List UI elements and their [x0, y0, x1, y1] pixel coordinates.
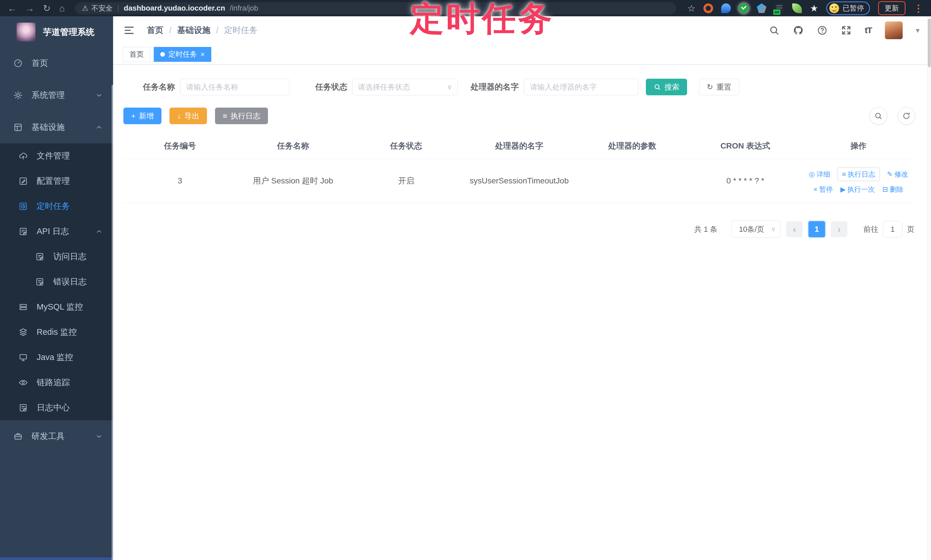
- sidebar-item-file-management[interactable]: 文件管理: [0, 143, 113, 169]
- page-size-select[interactable]: 10条/页 ∨: [731, 221, 780, 238]
- fullscreen-icon[interactable]: [841, 25, 852, 36]
- sidebar-toggle-icon[interactable]: [123, 25, 135, 36]
- sidebar: 芋道管理系统 首页 系统管理 基础设施 文件管理 配置管理 定时任务 API 日…: [0, 16, 113, 560]
- prev-page-button[interactable]: ‹: [786, 221, 803, 237]
- close-icon[interactable]: ×: [200, 51, 205, 58]
- add-button[interactable]: + 新增: [123, 108, 162, 124]
- tabs-bar: 首页 定时任务 ×: [113, 45, 931, 65]
- browser-menu-icon[interactable]: ⋮: [914, 3, 923, 14]
- browser-update-button[interactable]: 更新: [878, 1, 906, 15]
- plus-icon: +: [131, 112, 136, 120]
- sidebar-item-label: 研发工具: [31, 431, 65, 442]
- sidebar-item-access-logs[interactable]: 访问日志: [0, 244, 113, 269]
- font-size-icon[interactable]: tT: [865, 25, 872, 35]
- browser-home-icon[interactable]: ⌂: [59, 4, 65, 13]
- bookmark-star-icon[interactable]: ☆: [687, 3, 696, 13]
- breadcrumb-infra[interactable]: 基础设施: [177, 25, 210, 36]
- pause-link[interactable]: × 暂停: [813, 185, 833, 194]
- extension-orange-ring-icon[interactable]: [703, 3, 713, 13]
- execution-log-button-label: 执行日志: [230, 111, 260, 121]
- document-edit-icon: [18, 403, 28, 412]
- github-icon[interactable]: [793, 25, 804, 36]
- sidebar-item-label: 基础设施: [31, 122, 65, 133]
- reset-button[interactable]: ↻ 重置: [699, 79, 739, 95]
- sidebar-item-mysql-monitor[interactable]: MySQL 监控: [0, 294, 113, 320]
- pause-link-label: 暂停: [819, 185, 833, 194]
- execution-log-link[interactable]: ≡ 执行日志: [838, 168, 880, 181]
- sidebar-item-dev-tools[interactable]: 研发工具: [0, 420, 113, 452]
- execution-log-button[interactable]: ≡ 执行日志: [215, 108, 268, 124]
- refresh-button[interactable]: [898, 107, 915, 125]
- search-button[interactable]: 搜索: [646, 79, 687, 95]
- page-scrollbar[interactable]: [927, 16, 931, 560]
- tab-scheduled-jobs[interactable]: 定时任务 ×: [154, 47, 211, 62]
- sidebar-item-api-logs[interactable]: API 日志: [0, 219, 113, 244]
- sidebar-item-tracing[interactable]: 链路追踪: [0, 370, 113, 395]
- sidebar-item-error-logs[interactable]: 错误日志: [0, 269, 113, 294]
- avatar-caret-icon[interactable]: ▾: [916, 26, 920, 35]
- extension-onoff-icon[interactable]: on: [774, 3, 784, 13]
- delete-link[interactable]: ⊟ 删除: [882, 185, 903, 194]
- sidebar-item-config-management[interactable]: 配置管理: [0, 169, 113, 194]
- next-page-button[interactable]: ›: [831, 221, 848, 237]
- security-label: 不安全: [91, 3, 113, 13]
- navbar-actions: tT ▾: [769, 22, 920, 39]
- browser-toolbar: ← → ↻ ⌂ ⚠ 不安全 | dashboard.yudao.iocoder.…: [0, 0, 931, 16]
- sidebar-item-label: 定时任务: [37, 201, 70, 212]
- extensions-row: ☆ on ★ 已暂停 更新 ⋮: [687, 1, 923, 15]
- sidebar-item-redis-monitor[interactable]: Redis 监控: [0, 320, 113, 345]
- breadcrumb-home[interactable]: 首页: [147, 25, 163, 36]
- col-cron: CRON 表达式: [689, 133, 802, 159]
- detail-link-label: 详细: [817, 170, 830, 179]
- extension-white-star-icon[interactable]: ★: [810, 3, 818, 13]
- detail-link[interactable]: ◎ 详细: [809, 170, 830, 179]
- job-status-select[interactable]: 请选择任务状态 ∨: [352, 79, 458, 95]
- list-icon: ≡: [842, 170, 846, 178]
- extension-blue-drop-icon[interactable]: [721, 3, 731, 13]
- sidebar-bottom-strip: [0, 557, 113, 560]
- security-chip[interactable]: ⚠ 不安全: [82, 3, 113, 13]
- sidebar-item-java-monitor[interactable]: Java 监控: [0, 345, 113, 370]
- handler-name-input[interactable]: [524, 79, 638, 95]
- app-logo: [17, 23, 35, 42]
- extension-leaf-icon[interactable]: [792, 3, 802, 13]
- sidebar-item-log-center[interactable]: 日志中心: [0, 395, 113, 420]
- cell-job-status: 开启: [350, 159, 462, 203]
- paused-extension-pill[interactable]: 已暂停: [826, 2, 870, 15]
- browser-back-icon[interactable]: ←: [8, 4, 17, 13]
- user-avatar[interactable]: [885, 22, 903, 39]
- chevron-down-icon: [96, 433, 103, 440]
- select-placeholder: 请选择任务状态: [358, 82, 410, 92]
- add-button-label: 新增: [139, 111, 154, 121]
- edit-link[interactable]: ✎ 修改: [887, 170, 908, 179]
- eye-icon: [18, 378, 28, 388]
- warning-icon: ⚠: [82, 4, 88, 12]
- gear-icon: [13, 91, 23, 100]
- sidebar-item-system[interactable]: 系统管理: [0, 79, 113, 111]
- export-button[interactable]: ↓ 导出: [170, 108, 207, 124]
- sidebar-item-infra[interactable]: 基础设施: [0, 111, 113, 143]
- sidebar-item-scheduled-jobs[interactable]: 定时任务: [0, 194, 113, 219]
- tab-home[interactable]: 首页: [123, 47, 150, 62]
- col-actions: 操作: [802, 133, 915, 159]
- sidebar-item-home[interactable]: 首页: [0, 47, 113, 79]
- run-once-link[interactable]: ▶ 执行一次: [840, 185, 875, 194]
- scrollbar-thumb[interactable]: [928, 18, 931, 67]
- app-logo-row[interactable]: 芋道管理系统: [0, 16, 113, 47]
- help-icon[interactable]: [817, 25, 828, 36]
- browser-forward-icon[interactable]: →: [25, 4, 34, 13]
- job-name-input[interactable]: [180, 79, 290, 95]
- chevron-up-icon: [96, 228, 103, 235]
- browser-reload-icon[interactable]: ↻: [43, 4, 51, 13]
- extension-blue-gem-icon[interactable]: [757, 3, 766, 13]
- search-icon[interactable]: [769, 25, 780, 36]
- table-settings-buttons: [870, 107, 915, 125]
- page-number-1[interactable]: 1: [808, 221, 825, 237]
- search-toggle-button[interactable]: [870, 107, 887, 125]
- server-icon: [18, 302, 28, 312]
- cell-actions: ◎ 详细 ≡ 执行日志 ✎ 修改: [802, 159, 915, 203]
- address-bar[interactable]: ⚠ 不安全 | dashboard.yudao.iocoder.cn /infr…: [75, 2, 676, 14]
- extension-green-check-icon[interactable]: [739, 3, 749, 13]
- sidebar-item-label: 文件管理: [37, 150, 70, 162]
- goto-page-input[interactable]: [883, 221, 902, 237]
